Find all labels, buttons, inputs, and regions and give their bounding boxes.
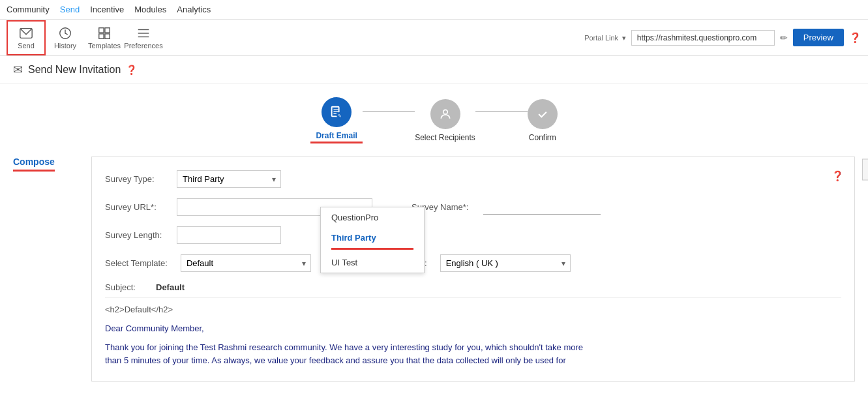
dd-item-ui-test[interactable]: UI Test: [321, 252, 424, 273]
email-body-line2: Dear Community Member,: [105, 322, 841, 336]
form-area-wrapper: ❓ Survey Type: QuestionPro Third Party U…: [91, 157, 855, 382]
portal-url-edit-button[interactable]: ✏: [780, 33, 788, 43]
wizard-step-confirm: Confirm: [528, 99, 558, 142]
svg-rect-3: [105, 27, 110, 32]
recipients-icon: [439, 108, 452, 121]
toolbar-history[interactable]: History: [46, 20, 85, 55]
wizard-underline-draft: [310, 142, 363, 143]
svg-rect-5: [105, 33, 110, 38]
survey-type-select[interactable]: QuestionPro Third Party UI Test: [177, 170, 281, 188]
page-help-icon[interactable]: ❓: [126, 65, 137, 75]
select-template-label: Select Template:: [105, 258, 168, 268]
portal-url-input[interactable]: [631, 30, 775, 46]
nav-incentive[interactable]: Incentive: [90, 5, 124, 14]
wizard-steps: ✎ Draft Email Select Recipients Confirm: [0, 84, 868, 150]
wizard-line-1: [363, 111, 415, 112]
template-select-wrapper: Default ▾: [181, 254, 311, 272]
subject-label: Subject:: [105, 282, 151, 292]
toolbar-send[interactable]: Send: [7, 20, 46, 55]
toolbar-templates[interactable]: Templates: [85, 20, 124, 55]
wizard-label-recipients: Select Recipients: [415, 133, 475, 142]
page-title: Send New Invitation: [28, 64, 121, 76]
send-icon: [19, 26, 33, 40]
survey-type-select-wrapper: QuestionPro Third Party UI Test ▾: [177, 170, 281, 188]
compose-label[interactable]: Compose: [13, 157, 55, 172]
dd-selected-bar: [331, 248, 413, 250]
survey-type-label: Survey Type:: [105, 174, 164, 184]
svg-text:✎: ✎: [338, 113, 342, 119]
email-body-line4: than 5 minutes of your time. As always, …: [105, 354, 841, 368]
preview-button[interactable]: Preview: [793, 29, 844, 46]
svg-point-15: [443, 110, 447, 114]
envelope-icon: ✉: [13, 63, 23, 77]
email-body: <h2>Default</h2> Dear Community Member, …: [105, 303, 841, 368]
nav-analytics[interactable]: Analytics: [177, 5, 211, 14]
nav-send[interactable]: Send: [60, 5, 80, 14]
survey-length-label: Survey Length:: [105, 230, 164, 240]
wizard-label-confirm: Confirm: [529, 133, 556, 142]
help-icon[interactable]: ❓: [849, 32, 861, 44]
svg-rect-2: [99, 27, 104, 32]
survey-length-row: Survey Length:: [105, 226, 841, 244]
wizard-step-draft-email: ✎ Draft Email: [310, 97, 363, 143]
toolbar-preferences[interactable]: Preferences: [124, 20, 163, 55]
preferences-icon: [136, 26, 151, 40]
template-language-select-wrapper: English ( UK ) ▾: [440, 254, 571, 272]
dd-item-questionpro[interactable]: QuestionPro: [321, 207, 424, 228]
confirm-icon: [536, 108, 549, 121]
portal-link-label: Portal Link ▾: [583, 33, 626, 42]
toolbar: Send History Templates Preferences Porta…: [0, 20, 868, 56]
wizard-line-2: [475, 111, 528, 112]
svg-rect-4: [99, 33, 104, 38]
toolbar-right: Portal Link ▾ ✏ Preview ❓: [583, 29, 861, 46]
page-title-row: ✉ Send New Invitation ❓: [0, 56, 868, 84]
template-language-select[interactable]: English ( UK ): [440, 254, 571, 272]
wizard-step-recipients: Select Recipients: [415, 99, 475, 142]
main-content: Compose ❓ Survey Type: QuestionPro Third…: [0, 150, 868, 388]
compose-tab: Compose: [13, 157, 78, 382]
form-area: ❓ Survey Type: QuestionPro Third Party U…: [91, 157, 855, 382]
wizard-label-draft: Draft Email: [316, 131, 357, 140]
next-button[interactable]: Next ›: [862, 159, 868, 181]
subject-value: Default: [156, 282, 185, 292]
dd-item-third-party[interactable]: Third Party: [321, 228, 424, 248]
template-select[interactable]: Default: [181, 254, 311, 272]
email-body-line3: Thank you for joining the Test Rashmi re…: [105, 341, 841, 355]
subject-row: Subject: Default: [105, 282, 841, 298]
draft-email-icon: ✎: [329, 105, 344, 119]
survey-url-row: Survey URL*: Survey Name*:: [105, 198, 841, 216]
nav-community[interactable]: Community: [7, 5, 50, 14]
history-icon: [58, 26, 72, 40]
survey-url-label: Survey URL*:: [105, 202, 164, 212]
email-body-line1: <h2>Default</h2>: [105, 303, 841, 317]
wizard-circle-recipients: [430, 99, 460, 129]
survey-type-dropdown: QuestionPro Third Party UI Test: [320, 207, 425, 273]
wizard-circle-draft: ✎: [322, 97, 352, 127]
survey-name-input[interactable]: [483, 200, 601, 215]
templates-icon: [97, 26, 112, 40]
nav-modules[interactable]: Modules: [134, 5, 166, 14]
template-row: Select Template: Default ▾ Template Lang…: [105, 254, 841, 272]
top-nav: Community Send Incentive Modules Analyti…: [0, 0, 868, 20]
survey-length-input[interactable]: [177, 226, 281, 244]
wizard-circle-confirm: [528, 99, 558, 129]
survey-type-row: Survey Type: QuestionPro Third Party UI …: [105, 170, 841, 188]
